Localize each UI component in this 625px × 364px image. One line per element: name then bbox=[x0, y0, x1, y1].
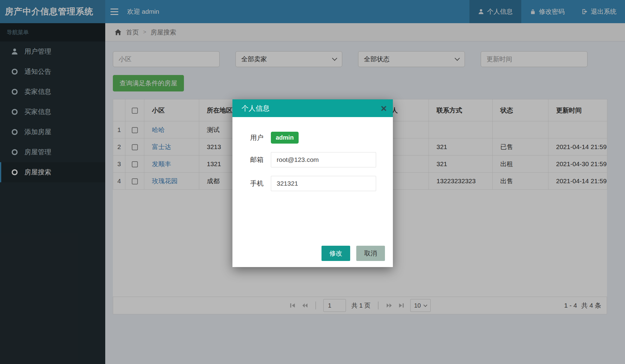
modal-header: 个人信息 × bbox=[232, 99, 393, 117]
modal-body: 用户 admin 邮箱 手机 bbox=[232, 117, 393, 246]
cancel-button[interactable]: 取消 bbox=[356, 246, 385, 261]
email-row: 邮箱 bbox=[250, 152, 393, 167]
phone-field[interactable] bbox=[271, 176, 376, 191]
phone-label: 手机 bbox=[250, 179, 271, 188]
close-icon[interactable]: × bbox=[381, 103, 387, 113]
user-row: 用户 admin bbox=[250, 132, 393, 144]
phone-row: 手机 bbox=[250, 176, 393, 191]
modal-footer: 修改 取消 bbox=[232, 246, 393, 267]
modify-button[interactable]: 修改 bbox=[321, 246, 350, 261]
modal-title: 个人信息 bbox=[242, 104, 270, 113]
username-badge: admin bbox=[271, 132, 299, 144]
email-field[interactable] bbox=[271, 152, 376, 167]
email-label: 邮箱 bbox=[250, 155, 271, 164]
profile-modal: 个人信息 × 用户 admin 邮箱 手机 修改 取消 bbox=[232, 99, 393, 267]
user-label: 用户 bbox=[250, 133, 271, 142]
